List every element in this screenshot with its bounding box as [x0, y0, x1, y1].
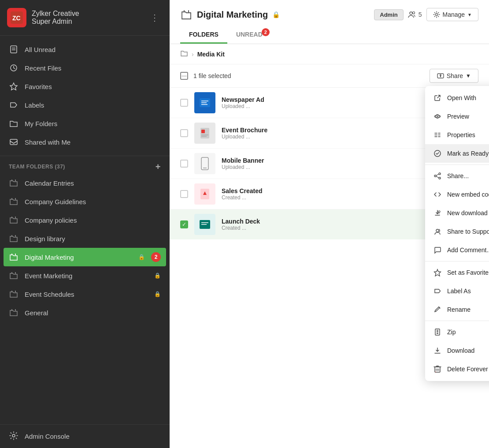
- context-menu-item-properties[interactable]: Properties: [425, 126, 489, 144]
- file-icon: [9, 45, 19, 54]
- svg-rect-21: [15, 291, 16, 292]
- context-menu-item-label-as[interactable]: Label As ›: [425, 282, 489, 300]
- sidebar: ZC Zylker Creative Super Admin ⋮ All Unr…: [0, 0, 170, 448]
- menu-item-label: Open With: [447, 94, 489, 101]
- sidebar-item-general[interactable]: General: [0, 303, 170, 322]
- embed-icon: [433, 190, 442, 199]
- svg-rect-20: [11, 291, 12, 292]
- manage-button[interactable]: Manage ▼: [426, 8, 479, 21]
- users-button[interactable]: 5: [408, 11, 422, 19]
- context-menu-item-download[interactable]: Download: [425, 341, 489, 360]
- lock-icon: 🔒: [154, 273, 161, 279]
- svg-point-60: [438, 211, 440, 213]
- file-thumbnail: [194, 92, 215, 113]
- context-menu-item-share-to-support[interactable]: Share to Support: [425, 222, 489, 241]
- sidebar-item-label: Labels: [25, 101, 44, 109]
- preview-icon: [433, 112, 442, 121]
- sidebar-item-my-folders[interactable]: My Folders: [0, 114, 170, 133]
- sidebar-item-digital-marketing[interactable]: Digital Marketing 🔒 2: [4, 248, 166, 266]
- context-menu-item-delete-forever[interactable]: Delete Forever: [425, 360, 489, 378]
- context-menu-item-zip[interactable]: Zip: [425, 323, 489, 341]
- svg-point-61: [436, 229, 439, 232]
- users-count: 5: [419, 11, 422, 18]
- menu-item-label: Mark as Ready: [447, 150, 489, 157]
- context-menu-item-open-with[interactable]: Open With ›: [425, 89, 489, 107]
- context-menu-item-new-download-link[interactable]: New download link: [425, 204, 489, 222]
- file-checkbox[interactable]: [180, 160, 188, 168]
- file-checkbox[interactable]: [180, 99, 188, 107]
- menu-item-label: Share to Support: [447, 228, 489, 235]
- sidebar-item-company-guidelines[interactable]: Company Guidelines: [0, 192, 170, 211]
- tab-unread[interactable]: UNREAD 2: [227, 26, 271, 44]
- svg-rect-36: [201, 130, 205, 133]
- file-toolbar: 1 file selected Share ▼: [170, 64, 489, 88]
- context-menu-item-mark-as-ready[interactable]: Mark as Ready: [425, 144, 489, 163]
- lock-icon: 🔒: [138, 254, 145, 260]
- context-menu-item-new-embed-code[interactable]: New embed code: [425, 185, 489, 204]
- delete-icon: [433, 365, 442, 373]
- menu-item-label: Set as Favorite: [447, 269, 489, 276]
- svg-rect-13: [15, 217, 16, 218]
- svg-rect-19: [15, 272, 16, 274]
- context-menu-item-add-comment[interactable]: Add Comment...: [425, 241, 489, 259]
- tab-folders[interactable]: FOLDERS: [180, 26, 227, 44]
- sidebar-item-recent-files[interactable]: Recent Files: [0, 59, 170, 77]
- org-info: ZC Zylker Creative Super Admin: [7, 8, 147, 27]
- rename-icon: [433, 305, 442, 314]
- folder-label: Company policies: [25, 217, 161, 224]
- share-icon: [433, 172, 442, 180]
- admin-console-button[interactable]: Admin Console: [0, 424, 170, 448]
- comment-icon: [433, 246, 442, 254]
- sidebar-item-company-policies[interactable]: Company policies: [0, 211, 170, 229]
- sidebar-item-design-library[interactable]: Design library: [0, 229, 170, 248]
- sidebar-item-favorites[interactable]: Favorites: [0, 77, 170, 96]
- org-logo: ZC: [7, 8, 26, 27]
- selected-count: 1 file selected: [193, 72, 231, 79]
- breadcrumb-item[interactable]: Media Kit: [197, 51, 225, 58]
- chevron-down-icon: ▼: [466, 73, 471, 79]
- svg-text:ZC: ZC: [12, 15, 21, 22]
- properties-icon: [433, 131, 442, 139]
- menu-item-label: Zip: [447, 329, 489, 336]
- sidebar-item-label: Favorites: [25, 83, 52, 90]
- sidebar-item-shared-with-me[interactable]: Shared with Me: [0, 133, 170, 151]
- select-all-checkbox[interactable]: [180, 72, 188, 80]
- sidebar-more-button[interactable]: ⋮: [147, 11, 163, 25]
- menu-item-label: Label As: [447, 287, 489, 295]
- context-menu-item-rename[interactable]: Rename: [425, 300, 489, 319]
- tab-label: FOLDERS: [189, 31, 219, 38]
- folder-label: Company Guidelines: [25, 198, 161, 205]
- svg-point-24: [12, 434, 15, 437]
- sidebar-item-label: All Unread: [25, 46, 56, 53]
- svg-rect-18: [11, 272, 12, 274]
- sidebar-item-event-schedules[interactable]: Event Schedules 🔒: [0, 285, 170, 303]
- unread-tab-badge: 2: [262, 28, 270, 36]
- folder-label: Design library: [25, 235, 161, 243]
- svg-rect-25: [184, 10, 185, 12]
- file-checkbox[interactable]: [180, 129, 188, 137]
- context-menu-item-preview[interactable]: Preview: [425, 107, 489, 126]
- sidebar-item-event-marketing[interactable]: Event Marketing 🔒: [0, 266, 170, 285]
- admin-badge[interactable]: Admin: [374, 9, 403, 20]
- share-button[interactable]: Share ▼: [430, 69, 478, 83]
- svg-line-59: [436, 176, 439, 178]
- sidebar-item-label: Recent Files: [25, 64, 61, 72]
- main-tabs: FOLDERS UNREAD 2: [180, 26, 478, 44]
- sidebar-item-calendar-entries[interactable]: Calendar Entries: [0, 174, 170, 192]
- context-menu-item-share[interactable]: Share... ›: [425, 167, 489, 185]
- sidebar-item-all-unread[interactable]: All Unread: [0, 40, 170, 59]
- svg-rect-16: [11, 254, 12, 255]
- svg-rect-9: [15, 179, 16, 181]
- svg-rect-2: [11, 46, 17, 53]
- sidebar-item-labels[interactable]: Labels: [0, 96, 170, 114]
- file-checkbox[interactable]: [180, 190, 188, 198]
- add-team-folder-button[interactable]: +: [156, 162, 161, 171]
- context-menu-item-set-as-favorite[interactable]: Set as Favorite: [425, 263, 489, 282]
- svg-rect-11: [15, 198, 16, 200]
- file-checkbox[interactable]: [180, 220, 188, 228]
- folder-icon: [9, 271, 19, 280]
- menu-item-label: Share...: [447, 172, 489, 179]
- svg-point-27: [410, 12, 412, 15]
- menu-item-label: Delete Forever: [447, 366, 489, 373]
- menu-item-label: Rename: [447, 306, 489, 313]
